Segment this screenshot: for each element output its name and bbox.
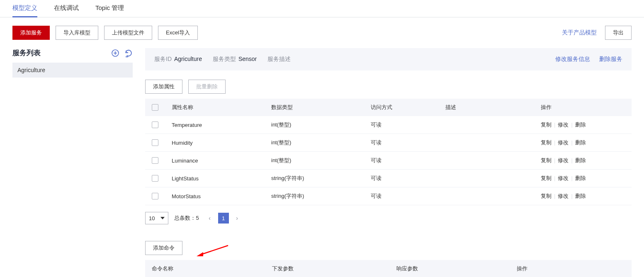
tab-topic-management[interactable]: Topic 管理: [95, 0, 124, 17]
cell-data-type: string(字符串): [265, 170, 364, 187]
service-id-value: Agriculture: [174, 56, 202, 62]
delete-link[interactable]: 删除: [575, 193, 586, 199]
copy-link[interactable]: 复制: [541, 175, 552, 181]
service-id-label: 服务ID: [154, 56, 172, 62]
page-size-select[interactable]: 10: [145, 212, 168, 224]
edit-link[interactable]: 修改: [558, 175, 569, 181]
cell-desc: [439, 170, 534, 187]
col-attr-name: 属性名称: [165, 99, 265, 116]
select-all-checkbox[interactable]: [152, 104, 158, 111]
cell-data-type: int(整型): [265, 116, 364, 134]
tab-online-debug[interactable]: 在线调试: [54, 0, 79, 17]
col-cmd-name: 命令名称: [145, 260, 265, 277]
edit-link[interactable]: 修改: [558, 139, 569, 146]
service-list-title: 服务列表: [12, 48, 41, 58]
col-ops: 操作: [534, 99, 632, 116]
cell-attr-name: Luminance: [165, 152, 265, 170]
pagination-total: 总条数：5: [174, 214, 199, 222]
cell-data-type: int(整型): [265, 134, 364, 152]
next-page-button[interactable]: ›: [232, 213, 242, 223]
edit-service-link[interactable]: 修改服务信息: [555, 56, 590, 63]
row-checkbox[interactable]: [152, 175, 158, 182]
service-header: 服务IDAgriculture 服务类型Sensor 服务描述 修改服务信息 删…: [145, 48, 632, 70]
col-cmd-ops: 操作: [510, 260, 632, 277]
cell-access: 可读: [364, 170, 439, 187]
copy-link[interactable]: 复制: [541, 139, 552, 146]
copy-link[interactable]: 复制: [541, 193, 552, 199]
cell-access: 可读: [364, 152, 439, 170]
edit-link[interactable]: 修改: [558, 121, 569, 128]
add-icon[interactable]: [111, 49, 119, 57]
cell-desc: [439, 134, 534, 152]
add-attribute-button[interactable]: 添加属性: [145, 80, 182, 94]
caret-down-icon: [160, 217, 165, 219]
prev-page-button[interactable]: ‹: [205, 213, 215, 223]
tab-bar: 模型定义 在线调试 Topic 管理: [0, 0, 644, 17]
excel-import-button[interactable]: Excel导入: [158, 26, 198, 40]
cell-attr-name: Temperature: [165, 116, 265, 134]
cell-access: 可读: [364, 116, 439, 134]
service-list-item[interactable]: Agriculture: [12, 63, 133, 78]
add-service-button[interactable]: 添加服务: [12, 26, 50, 40]
about-product-model-link[interactable]: 关于产品模型: [562, 29, 597, 36]
upload-model-file-button[interactable]: 上传模型文件: [104, 26, 152, 40]
cell-data-type: int(整型): [265, 152, 364, 170]
batch-delete-button[interactable]: 批量删除: [188, 80, 226, 94]
edit-link[interactable]: 修改: [558, 157, 569, 163]
table-row: Temperatureint(整型)可读复制|修改|删除: [145, 116, 632, 134]
delete-link[interactable]: 删除: [575, 175, 586, 181]
service-type-value: Sensor: [238, 56, 257, 62]
table-row: Luminanceint(整型)可读复制|修改|删除: [145, 152, 632, 170]
page-number-current[interactable]: 1: [218, 213, 229, 224]
col-cmd-resp: 响应参数: [390, 260, 510, 277]
delete-service-link[interactable]: 删除服务: [599, 56, 622, 63]
edit-link[interactable]: 修改: [558, 193, 569, 199]
table-row: MotorStatusstring(字符串)可读复制|修改|删除: [145, 187, 632, 205]
row-checkbox[interactable]: [152, 139, 158, 146]
tab-model-definition[interactable]: 模型定义: [12, 0, 37, 17]
refresh-icon[interactable]: [124, 49, 133, 57]
row-checkbox[interactable]: [152, 121, 158, 128]
import-library-model-button[interactable]: 导入库模型: [56, 26, 98, 40]
add-command-button[interactable]: 添加命令: [145, 241, 182, 255]
cell-attr-name: MotorStatus: [165, 187, 265, 205]
command-table: 命令名称 下发参数 响应参数 操作: [145, 260, 632, 277]
cell-attr-name: LightStatus: [165, 170, 265, 187]
col-cmd-down: 下发参数: [265, 260, 390, 277]
copy-link[interactable]: 复制: [541, 121, 552, 128]
cell-attr-name: Humidity: [165, 134, 265, 152]
col-access: 访问方式: [364, 99, 439, 116]
cell-access: 可读: [364, 134, 439, 152]
attribute-table: 属性名称 数据类型 访问方式 描述 操作 Temperatureint(整型)可…: [145, 99, 632, 205]
table-row: Humidityint(整型)可读复制|修改|删除: [145, 134, 632, 152]
table-row: LightStatusstring(字符串)可读复制|修改|删除: [145, 170, 632, 187]
delete-link[interactable]: 删除: [575, 139, 586, 146]
col-desc: 描述: [439, 99, 534, 116]
cell-access: 可读: [364, 187, 439, 205]
cell-desc: [439, 152, 534, 170]
delete-link[interactable]: 删除: [575, 157, 586, 163]
cell-data-type: string(字符串): [265, 187, 364, 205]
row-checkbox[interactable]: [152, 193, 158, 199]
copy-link[interactable]: 复制: [541, 157, 552, 163]
service-type-label: 服务类型: [213, 56, 236, 62]
cell-desc: [439, 187, 534, 205]
col-data-type: 数据类型: [265, 99, 364, 116]
row-checkbox[interactable]: [152, 157, 158, 164]
export-button[interactable]: 导出: [605, 26, 632, 40]
cell-desc: [439, 116, 534, 134]
service-desc-label: 服务描述: [267, 56, 291, 62]
delete-link[interactable]: 删除: [575, 121, 586, 128]
